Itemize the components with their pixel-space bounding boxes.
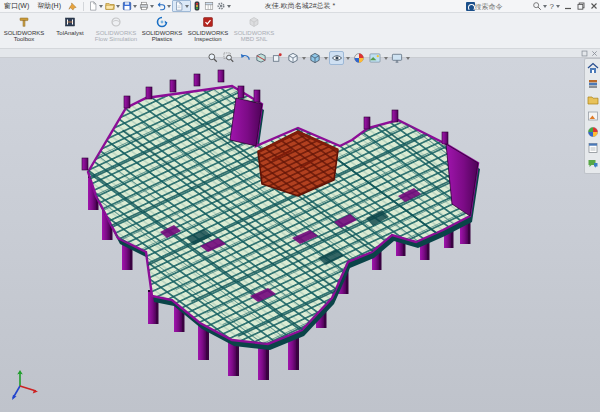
formwork-model[interactable] [0,58,600,412]
books-icon [587,78,599,90]
orientation-triad [4,366,48,406]
printer-icon [139,1,149,11]
selection-table-button[interactable] [203,0,215,12]
previous-view-icon [239,52,251,64]
pin-icon[interactable] [68,2,77,11]
form-icon [587,142,599,154]
dropdown-caret [227,5,231,8]
monitor-icon [391,52,403,64]
addin-tolanalyst[interactable]: TolAnalyst [47,15,93,36]
new-document-icon [88,1,98,11]
rebuild-traffic-light-icon [192,1,202,11]
flow-simulation-icon [110,16,122,28]
document-close-icon[interactable] [591,50,598,57]
new-button[interactable] [87,0,104,12]
document-properties-icon [174,1,184,11]
dropdown-caret [150,5,154,8]
display-style-button[interactable] [307,51,322,65]
addin-label: Plastics [139,36,185,42]
view-orientation-button[interactable] [285,51,300,65]
zoom-to-area-button[interactable] [221,51,236,65]
section-view-icon [255,52,267,64]
addin-toolbox[interactable]: SOLIDWORKS Toolbox [1,15,47,42]
task-pane [584,58,600,174]
file-properties-button[interactable] [172,0,191,12]
gear-icon [216,1,226,11]
search-input[interactable] [475,3,527,10]
close-icon [590,2,598,10]
plastics-icon [156,16,168,28]
section-view-button[interactable] [253,51,268,65]
dropdown-caret[interactable] [324,57,328,60]
zoom-to-area-icon [223,52,235,64]
addin-label: TolAnalyst [47,30,93,36]
document-restore-icon[interactable] [581,50,588,57]
addin-flow-simulation[interactable]: SOLIDWORKS Flow Simulation [93,15,139,42]
dropdown-caret[interactable] [406,57,410,60]
undo-button[interactable] [155,0,172,12]
print-button[interactable] [138,0,155,12]
display-style-cube-icon [309,52,321,64]
zoom-to-fit-icon [207,52,219,64]
custom-properties-tab[interactable] [586,141,600,155]
restore-icon [577,2,585,10]
solidworks-resources-tab[interactable] [586,61,600,75]
minimize-button[interactable] [561,0,574,12]
titlebar: 窗口(W) 帮助(H) [0,0,600,13]
menu-help[interactable]: 帮助(H) [33,0,65,12]
dropdown-caret [167,5,171,8]
save-floppy-icon [122,1,132,11]
open-folder-icon [105,1,115,11]
rebuild-button[interactable] [191,0,203,12]
dynamic-annotation-button[interactable] [269,51,284,65]
dropdown-caret [133,5,137,8]
tolanalyst-icon [64,16,76,28]
menu-window[interactable]: 窗口(W) [0,0,33,12]
central-column-block[interactable] [230,98,262,146]
view-settings-button[interactable] [389,51,404,65]
addin-inspection[interactable]: SOLIDWORKS Inspection [185,15,231,42]
eye-icon [331,52,343,64]
file-explorer-tab[interactable] [586,93,600,107]
previous-view-button[interactable] [237,51,252,65]
dropdown-caret[interactable] [346,57,350,60]
save-button[interactable] [121,0,138,12]
restore-button[interactable] [574,0,587,12]
mbd-icon [248,16,260,28]
dropdown-caret[interactable] [384,57,388,60]
addins-ribbon: SOLIDWORKS Toolbox TolAnalyst SOLIDWORKS… [0,13,600,49]
view-orientation-cube-icon [287,52,299,64]
apply-scene-button[interactable] [367,51,382,65]
help-label: ? [550,2,554,11]
undo-arrow-icon [156,1,166,11]
minimize-icon [564,2,572,10]
search-magnifier-button[interactable] [531,0,548,12]
addin-mbd-snl[interactable]: SOLIDWORKS MBD SNL [231,15,277,42]
folder-icon [587,94,599,106]
toolbox-icon [18,16,30,28]
command-search[interactable] [466,1,527,12]
formwork-slab[interactable] [88,86,478,344]
addin-label: Flow Simulation [93,36,139,42]
options-button[interactable] [215,0,232,12]
close-button[interactable] [587,0,600,12]
addin-label: Toolbox [1,36,47,42]
inspection-icon [202,16,214,28]
design-library-tab[interactable] [586,77,600,91]
addin-plastics[interactable]: SOLIDWORKS Plastics [139,15,185,42]
dropdown-caret [116,5,120,8]
appearances-scenes-tab[interactable] [586,125,600,139]
addin-label: MBD SNL [231,36,277,42]
graphics-area[interactable] [0,58,600,412]
solidworks-search-logo-icon [466,2,475,11]
hide-show-items-button[interactable] [329,51,344,65]
solidworks-forum-tab[interactable] [586,157,600,171]
dropdown-caret [99,5,103,8]
dropdown-caret[interactable] [302,57,306,60]
zoom-to-fit-button[interactable] [205,51,220,65]
open-button[interactable] [104,0,121,12]
help-button[interactable]: ? [548,0,561,12]
view-palette-tab[interactable] [586,109,600,123]
dropdown-caret [185,5,189,8]
edit-appearance-button[interactable] [351,51,366,65]
